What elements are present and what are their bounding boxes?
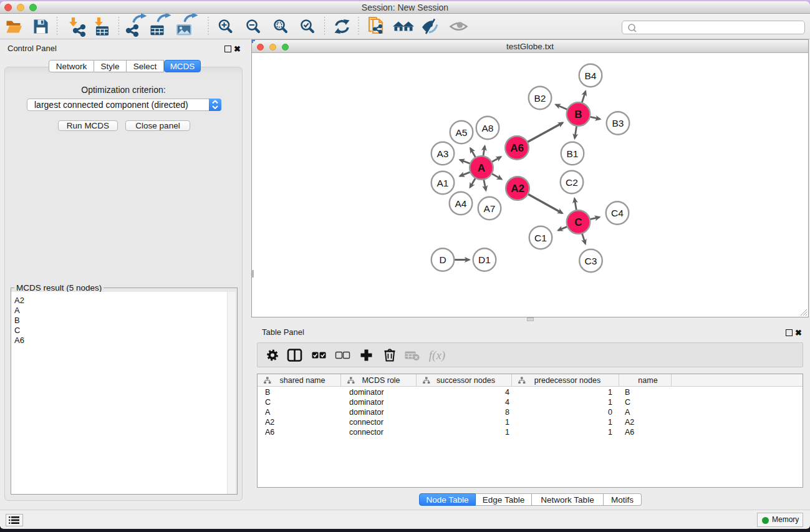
svg-text:C4: C4	[611, 208, 624, 218]
svg-text:A4: A4	[455, 198, 467, 209]
svg-text:C: C	[574, 216, 582, 228]
svg-text:C1: C1	[534, 233, 547, 243]
svg-text:A: A	[478, 162, 485, 174]
svg-text:A6: A6	[510, 142, 524, 154]
svg-text:A8: A8	[482, 123, 494, 133]
svg-text:B: B	[574, 109, 582, 120]
svg-text:f(x): f(x)	[429, 349, 445, 362]
svg-text:A5: A5	[456, 127, 468, 138]
svg-text:D1: D1	[478, 254, 491, 265]
svg-text:B4: B4	[585, 70, 597, 81]
svg-text:B2: B2	[534, 93, 546, 104]
svg-text:A7: A7	[484, 203, 496, 214]
svg-text:D: D	[439, 254, 446, 265]
svg-text:B1: B1	[567, 148, 579, 159]
svg-text:C2: C2	[566, 177, 578, 188]
svg-text:B3: B3	[612, 118, 624, 128]
svg-text:A2: A2	[511, 183, 524, 195]
svg-text:A3: A3	[437, 148, 449, 159]
svg-text:C3: C3	[585, 256, 597, 266]
svg-text:A1: A1	[437, 178, 449, 188]
